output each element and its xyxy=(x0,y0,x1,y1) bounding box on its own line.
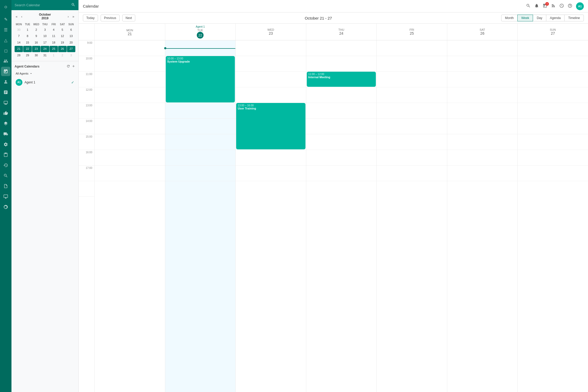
hour-cell-d3h9[interactable] xyxy=(306,40,377,56)
hour-cell-d6h13[interactable] xyxy=(518,103,588,119)
hour-cell-d0h16[interactable] xyxy=(95,150,165,166)
topbar-clock-icon[interactable] xyxy=(559,3,564,9)
mini-cal-day[interactable]: 28 xyxy=(15,52,23,58)
previous-btn[interactable]: Previous xyxy=(101,15,120,21)
topbar-feed-icon[interactable] xyxy=(551,3,556,9)
hour-cell-d3h15[interactable] xyxy=(306,134,377,150)
hour-cell-d0h9[interactable] xyxy=(95,40,165,56)
layers-icon[interactable] xyxy=(1,119,10,128)
mini-cal-day[interactable]: 30 xyxy=(15,27,23,33)
topbar-bell-icon[interactable] xyxy=(534,3,539,9)
thumbsup-icon[interactable] xyxy=(1,108,10,118)
event-user-training[interactable]: 13:00 – 16:00User Training xyxy=(236,103,305,149)
contact-icon[interactable] xyxy=(1,77,10,87)
hour-cell-d2h17[interactable] xyxy=(236,166,306,181)
mini-cal-day[interactable]: 14 xyxy=(15,40,23,46)
hour-cell-d5h12[interactable] xyxy=(447,87,518,103)
hour-cell-d6h11[interactable] xyxy=(518,72,588,87)
mini-cal-day[interactable]: 1 xyxy=(23,27,32,33)
mini-cal-day[interactable]: 13 xyxy=(67,33,75,39)
today-btn[interactable]: Today xyxy=(83,15,98,21)
mini-cal-day[interactable]: 20 xyxy=(67,40,75,46)
mini-cal-day[interactable]: 3 xyxy=(67,52,75,58)
mini-cal-day[interactable]: 5 xyxy=(58,27,66,33)
hour-cell-d2h9[interactable] xyxy=(236,40,306,56)
hour-cell-d0h17[interactable] xyxy=(95,166,165,181)
mini-cal-day[interactable]: 16 xyxy=(32,40,40,46)
note-icon[interactable]: ◻ xyxy=(1,46,10,55)
mini-cal-day[interactable]: 24 xyxy=(41,46,49,52)
hour-cell-d5h16[interactable] xyxy=(447,150,518,166)
mini-cal-day[interactable]: 11 xyxy=(50,33,58,39)
mini-cal-day[interactable]: 25 xyxy=(50,46,58,52)
hour-cell-d0h10[interactable] xyxy=(95,56,165,72)
hour-cell-d4h15[interactable] xyxy=(377,134,447,150)
history-icon[interactable] xyxy=(1,161,10,170)
hour-cell-d4h12[interactable] xyxy=(377,87,447,103)
mini-cal-day[interactable]: 10 xyxy=(41,33,49,39)
settings-bottom-icon[interactable] xyxy=(1,202,10,212)
hour-cell-d6h9[interactable] xyxy=(518,40,588,56)
hour-cell-d2h11[interactable] xyxy=(236,72,306,87)
filedoc-icon[interactable] xyxy=(1,181,10,191)
view-agenda-btn[interactable]: Agenda xyxy=(546,15,565,21)
hour-cell-d0h11[interactable] xyxy=(95,72,165,87)
mini-cal-day[interactable]: 17 xyxy=(41,40,49,46)
search-icon[interactable] xyxy=(71,3,75,8)
user-avatar[interactable]: A1 xyxy=(576,2,584,10)
mini-cal-day[interactable]: 2 xyxy=(32,27,40,33)
hour-cell-d3h14[interactable] xyxy=(306,119,377,134)
mini-cal-day[interactable]: 19 xyxy=(58,40,66,46)
mini-cal-day[interactable]: 4 xyxy=(50,27,58,33)
hour-cell-d6h12[interactable] xyxy=(518,87,588,103)
clipboard-icon[interactable] xyxy=(1,150,10,160)
hour-cell-d4h11[interactable] xyxy=(377,72,447,87)
mini-cal-day[interactable]: 3 xyxy=(41,27,49,33)
view-month-btn[interactable]: Month xyxy=(501,15,518,21)
mini-cal-day[interactable]: 26 xyxy=(58,46,66,52)
topbar-calendar-icon[interactable]: 4 xyxy=(543,3,547,9)
agent-item-1[interactable]: A1 Agent 1 ✓ xyxy=(15,78,75,87)
alert-icon[interactable]: △ xyxy=(1,35,10,45)
mini-cal-next-btn[interactable]: › xyxy=(66,14,70,19)
hour-cell-d3h10[interactable] xyxy=(306,56,377,72)
hour-cell-d3h13[interactable] xyxy=(306,103,377,119)
hour-cell-d5h17[interactable] xyxy=(447,166,518,181)
hour-cell-d5h9[interactable] xyxy=(447,40,518,56)
hour-cell-d2h10[interactable] xyxy=(236,56,306,72)
hour-cell-d3h16[interactable] xyxy=(306,150,377,166)
hour-cell-d1h17[interactable] xyxy=(165,166,236,181)
next-btn[interactable]: Next xyxy=(122,15,136,21)
hour-cell-d0h15[interactable] xyxy=(95,134,165,150)
mini-cal-day[interactable]: 31 xyxy=(41,52,49,58)
mini-cal-day[interactable]: 9 xyxy=(32,33,40,39)
mini-cal-day[interactable]: 12 xyxy=(58,33,66,39)
desktop-icon[interactable] xyxy=(1,192,10,201)
hour-cell-d5h11[interactable] xyxy=(447,72,518,87)
mini-cal-prev-btn[interactable]: ‹ xyxy=(20,14,23,19)
hour-cell-d1h16[interactable] xyxy=(165,150,236,166)
hour-cell-d3h17[interactable] xyxy=(306,166,377,181)
hour-cell-d1h14[interactable] xyxy=(165,119,236,134)
hour-cell-d1h13[interactable] xyxy=(165,103,236,119)
gear-icon[interactable] xyxy=(1,140,10,149)
hour-cell-d0h12[interactable] xyxy=(95,87,165,103)
topbar-search-icon[interactable] xyxy=(526,3,531,9)
mini-cal-day[interactable]: 21 xyxy=(15,46,23,52)
topbar-help-icon[interactable] xyxy=(568,3,572,9)
hour-cell-d6h15[interactable] xyxy=(518,134,588,150)
truck-icon[interactable] xyxy=(1,129,10,139)
monitor-icon[interactable] xyxy=(1,98,10,107)
search-input[interactable] xyxy=(15,3,69,7)
mini-cal-day[interactable]: 2 xyxy=(58,52,66,58)
mini-cal-day[interactable]: 30 xyxy=(32,52,40,58)
mini-cal-day[interactable]: 22 xyxy=(23,46,32,52)
hour-cell-d2h16[interactable] xyxy=(236,150,306,166)
event-system-upgrade[interactable]: 10:00 – 13:00System Upgrade xyxy=(166,56,235,102)
hour-cell-d5h10[interactable] xyxy=(447,56,518,72)
inbox-icon[interactable]: ☰ xyxy=(1,25,10,34)
mini-cal-day[interactable]: 27 xyxy=(67,46,75,52)
all-agents-dropdown-btn[interactable]: All Agents xyxy=(15,71,34,76)
mini-cal-next-next-btn[interactable]: » xyxy=(71,14,75,19)
mini-cal-day[interactable]: 23 xyxy=(32,46,40,52)
